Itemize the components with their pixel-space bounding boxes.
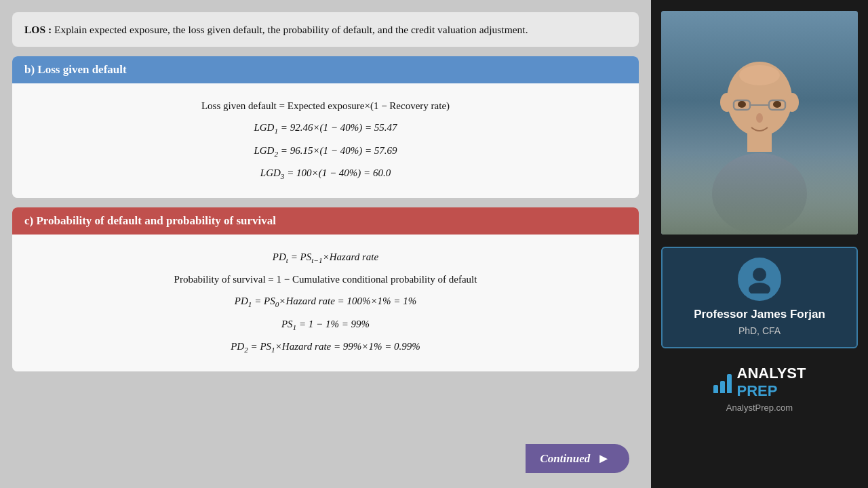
bar-1 — [713, 385, 718, 393]
svg-point-9 — [773, 101, 781, 108]
logo-text-group: ANALYST PREP — [737, 365, 806, 400]
analyst-prep-logo: ANALYST PREP AnalystPrep.com — [713, 365, 806, 413]
logo-url: AnalystPrep.com — [726, 403, 793, 413]
sidebar: Professor James Forjan PhD, CFA ANALYST … — [651, 0, 868, 488]
ps1-formula: PS1 = 1 − 1% = 99% — [26, 314, 625, 336]
svg-point-8 — [738, 101, 746, 108]
section-c-card: c) Probability of default and probabilit… — [12, 207, 639, 371]
logo-prep-text: PREP — [737, 382, 778, 399]
svg-point-10 — [756, 113, 763, 123]
section-b-header: b) Loss given default — [12, 56, 639, 83]
lgd-formula-2: LGD2 = 96.15×(1 − 40%) = 57.69 — [26, 140, 625, 162]
pd1-formula: PD1 = PS0×Hazard rate = 100%×1% = 1% — [26, 291, 625, 312]
video-placeholder — [661, 11, 858, 235]
section-c-header: c) Probability of default and probabilit… — [12, 207, 639, 235]
logo-bars-icon — [713, 371, 732, 393]
professor-card: Professor James Forjan PhD, CFA — [661, 247, 858, 348]
section-c-body: PDt = PSt−1×Hazard rate Probability of s… — [12, 235, 639, 371]
pd2-formula: PD2 = PS1×Hazard rate = 99%×1% = 0.99% — [26, 336, 625, 358]
svg-point-1 — [720, 93, 734, 112]
los-text: Explain expected exposure, the loss give… — [52, 24, 528, 35]
svg-point-2 — [785, 93, 799, 112]
svg-point-13 — [749, 283, 770, 293]
person-icon — [745, 265, 774, 293]
professor-avatar — [738, 258, 781, 301]
svg-rect-3 — [747, 131, 772, 152]
professor-silhouette — [692, 45, 827, 235]
svg-point-4 — [712, 153, 807, 235]
section-b-card: b) Loss given default Loss given default… — [12, 56, 639, 198]
los-box: LOS : Explain expected exposure, the los… — [12, 12, 639, 47]
bar-3 — [727, 374, 732, 393]
arrow-icon: ► — [597, 451, 610, 466]
lgd-formula-1: LGD1 = 92.46×(1 − 40%) = 55.47 — [26, 117, 625, 139]
bar-2 — [720, 381, 725, 393]
lgd-formula-main: Loss given default = Expected exposure×(… — [26, 96, 625, 116]
svg-point-11 — [739, 65, 780, 85]
professor-title: PhD, CFA — [738, 325, 781, 336]
los-label: LOS : — [24, 24, 52, 35]
svg-point-12 — [753, 268, 766, 281]
video-feed — [661, 11, 858, 235]
logo-analyst-text: ANALYST — [737, 365, 806, 382]
continued-label: Continued — [540, 452, 591, 466]
lgd-formula-3: LGD3 = 100×(1 − 40%) = 60.0 — [26, 163, 625, 184]
continued-button[interactable]: Continued ► — [526, 444, 630, 473]
ps-definition: Probability of survival = 1 − Cumulative… — [26, 269, 625, 289]
section-b-body: Loss given default = Expected exposure×(… — [12, 83, 639, 198]
pd-formula-main: PDt = PSt−1×Hazard rate — [26, 247, 625, 268]
professor-name: Professor James Forjan — [694, 308, 825, 321]
logo-row: ANALYST PREP — [713, 365, 806, 400]
